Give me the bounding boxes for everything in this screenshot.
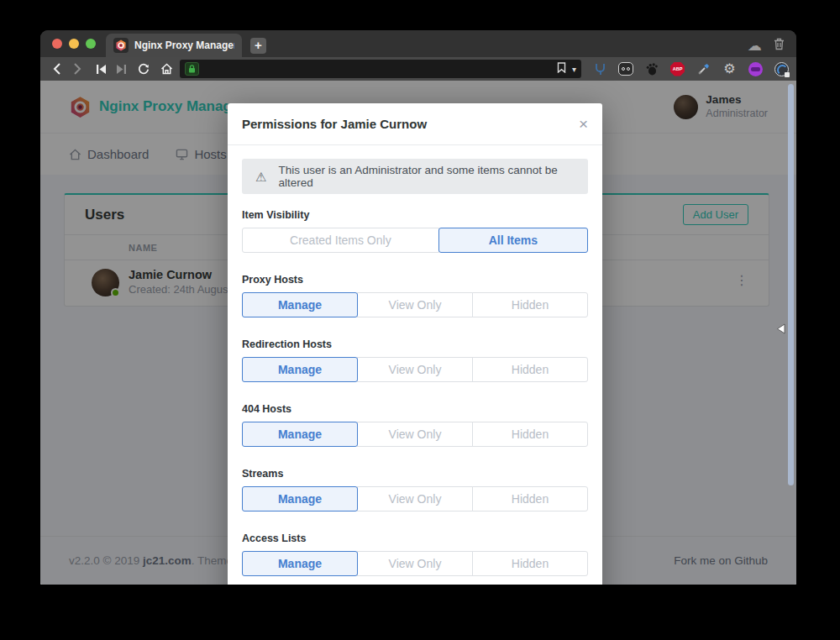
browser-toolbar: ▾ ABP ⚙ — [40, 57, 796, 81]
proxy-hosts-hidden-button[interactable]: Hidden — [472, 292, 588, 317]
modal-title: Permissions for Jamie Curnow — [242, 117, 427, 131]
browser-tab-bar: Nginx Proxy Manager + ☁ — [40, 30, 796, 57]
session-forward-button[interactable] — [111, 60, 131, 78]
sync-cloud-icon[interactable]: ☁ — [748, 39, 762, 53]
gear-extension-icon[interactable]: ⚙ — [722, 61, 738, 77]
privacy-badger-extension-icon[interactable] — [748, 62, 763, 76]
visibility-created-items-button[interactable]: Created Items Only — [242, 228, 439, 253]
section-label-404-hosts: 404 Hosts — [242, 403, 588, 415]
forward-button[interactable] — [67, 60, 87, 78]
adblock-plus-extension-icon[interactable]: ABP — [670, 62, 685, 76]
redirection-hosts-manage-button[interactable]: Manage — [242, 357, 358, 382]
section-label-streams: Streams — [242, 468, 588, 480]
window-controls — [40, 30, 106, 57]
close-icon[interactable]: × — [579, 116, 588, 132]
redirection-hosts-view-only-button[interactable]: View Only — [357, 357, 473, 382]
section-label-item-visibility: Item Visibility — [242, 209, 588, 221]
section-label-proxy-hosts: Proxy Hosts — [242, 274, 588, 286]
access-lists-view-only-button[interactable]: View Only — [357, 551, 473, 576]
access-lists-hidden-button[interactable]: Hidden — [472, 551, 588, 576]
new-tab-button[interactable]: + — [250, 38, 266, 54]
bookmarks-dropdown-caret[interactable]: ▾ — [572, 65, 576, 74]
tab-favicon — [113, 38, 129, 53]
access-lists-manage-button[interactable]: Manage — [242, 551, 358, 576]
streams-manage-button[interactable]: Manage — [242, 486, 358, 511]
browser-tab[interactable]: Nginx Proxy Manager — [106, 34, 242, 57]
redirection-hosts-hidden-button[interactable]: Hidden — [472, 357, 588, 382]
close-window-button[interactable] — [52, 39, 62, 49]
fork-extension-icon[interactable] — [592, 61, 608, 77]
history-cleaner-extension-icon[interactable] — [774, 62, 789, 76]
redirection-hosts-group: Manage View Only Hidden — [242, 357, 588, 382]
permissions-modal: Permissions for Jamie Curnow × ⚠ This us… — [228, 103, 602, 585]
zoom-window-button[interactable] — [86, 39, 96, 49]
streams-view-only-button[interactable]: View Only — [357, 486, 473, 511]
container-tabs-extension-icon[interactable] — [618, 62, 633, 76]
session-back-button[interactable] — [91, 60, 111, 78]
item-visibility-group: Created Items Only All Items — [242, 228, 588, 253]
browser-window: Nginx Proxy Manager + ☁ — [40, 30, 796, 585]
streams-group: Manage View Only Hidden — [242, 486, 588, 511]
streams-hidden-button[interactable]: Hidden — [472, 486, 588, 511]
404-hosts-view-only-button[interactable]: View Only — [357, 422, 473, 447]
visibility-all-items-button[interactable]: All Items — [438, 228, 588, 253]
tab-title: Nginx Proxy Manager — [134, 39, 234, 51]
back-button[interactable] — [47, 60, 67, 78]
proxy-hosts-group: Manage View Only Hidden — [242, 292, 588, 317]
gnome-foot-extension-icon[interactable] — [643, 61, 659, 77]
color-picker-extension-icon[interactable] — [696, 61, 711, 77]
warning-icon: ⚠ — [255, 170, 266, 183]
npm-logo-icon — [115, 39, 127, 51]
home-button[interactable] — [156, 60, 176, 78]
reload-button[interactable] — [134, 60, 154, 78]
proxy-hosts-view-only-button[interactable]: View Only — [357, 292, 473, 317]
minimize-window-button[interactable] — [69, 39, 79, 49]
warning-text: This user is an Administrator and some i… — [278, 164, 575, 189]
admin-warning-alert: ⚠ This user is an Administrator and some… — [242, 159, 588, 194]
page-scrollbar-thumb[interactable] — [788, 84, 794, 485]
trash-icon[interactable] — [774, 38, 785, 54]
bookmark-icon[interactable] — [557, 61, 566, 76]
proxy-hosts-manage-button[interactable]: Manage — [242, 292, 358, 317]
404-hosts-manage-button[interactable]: Manage — [242, 422, 358, 447]
extension-icons: ABP ⚙ — [592, 61, 790, 77]
404-hosts-group: Manage View Only Hidden — [242, 422, 588, 447]
mouse-cursor — [776, 323, 785, 338]
section-label-access-lists: Access Lists — [242, 532, 588, 544]
404-hosts-hidden-button[interactable]: Hidden — [472, 422, 588, 447]
page-viewport: Nginx Proxy Manager James Administrator … — [40, 81, 796, 585]
access-lists-group: Manage View Only Hidden — [242, 551, 588, 576]
secure-lock-icon[interactable] — [185, 62, 199, 76]
url-bar[interactable]: ▾ — [180, 60, 581, 78]
section-label-redirection-hosts: Redirection Hosts — [242, 338, 588, 350]
